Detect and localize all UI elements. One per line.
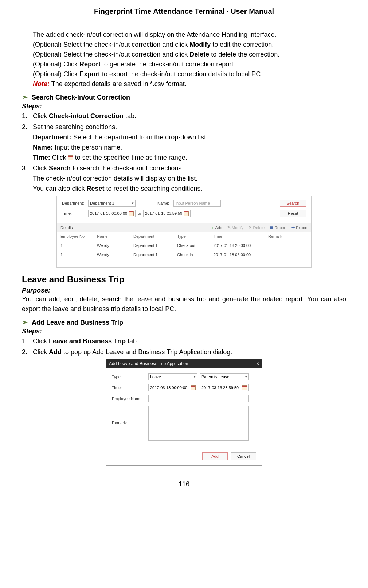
plus-icon: + (212, 225, 214, 230)
type-select[interactable]: Leave▾ (148, 373, 197, 380)
name-label: Name: (157, 201, 173, 205)
cancel-button[interactable]: Cancel (231, 452, 256, 460)
chevron-down-icon: ▾ (245, 375, 247, 379)
purpose-body: You can add, edit, delete, search the le… (22, 294, 346, 314)
department-label: Department: (62, 201, 88, 205)
table-blank-row (57, 259, 311, 267)
delete-button[interactable]: ✕Delete (248, 225, 265, 230)
report-button[interactable]: ▤Report (270, 225, 286, 230)
search-panel-screenshot: Department: Department 1▾ Name: Input Pe… (56, 196, 312, 268)
list-item: 3. Click Search to search the check-in/o… (22, 163, 346, 194)
table-row[interactable]: 1 Wendy Department 1 Check-in 2017-01-18… (57, 250, 311, 259)
steps-label: Steps: (22, 102, 346, 110)
col-header[interactable]: Type (177, 234, 214, 239)
search-steps-list: 1. Click Check-in/out Correction tab. 2.… (22, 111, 346, 194)
table-row[interactable]: 1 Wendy Department 1 Check-out 2017-01-1… (57, 241, 311, 250)
time-label: Time: (62, 211, 88, 216)
name-input[interactable]: Input Person Name (173, 200, 221, 207)
search-button[interactable]: Search (280, 200, 306, 207)
col-header[interactable]: Remark (268, 234, 308, 239)
table-header: Employee No Name Department Type Time Re… (57, 232, 311, 241)
remark-textarea[interactable] (148, 406, 249, 441)
intro-line: (Optional) Select the check-in/out corre… (33, 40, 346, 50)
list-item: 2. Set the searching conditions. Departm… (22, 122, 346, 163)
calendar-icon[interactable] (184, 211, 189, 216)
col-header[interactable]: Name (97, 234, 133, 239)
add-button[interactable]: Add (202, 452, 228, 460)
intro-line: The added check-in/out correction will d… (33, 30, 346, 40)
time-to-input[interactable]: 2017-03-13 23:59:59 (200, 384, 249, 391)
time-from-input[interactable]: 2017-01-18 00:00:00 (88, 210, 136, 217)
time-to-input[interactable]: 2017-01-18 23:59:59 (143, 210, 191, 217)
steps-label: Steps: (22, 328, 346, 335)
details-title: Details (60, 225, 207, 230)
intro-note: Note: The exported details are saved in … (33, 79, 346, 89)
search-heading: ➢ Search Check-in/out Correction (22, 93, 346, 101)
intro-line: (Optional) Click Report to generate the … (33, 59, 346, 69)
page-number: 116 (22, 480, 346, 488)
edit-icon: ✎ (227, 225, 231, 230)
list-item: 2. Click Add to pop up Add Leave and Bus… (22, 347, 346, 357)
leave-steps-list: 1. Click Leave and Business Trip tab. 2.… (22, 336, 346, 357)
col-header[interactable]: Employee No (60, 234, 97, 239)
note-label: Note: (33, 80, 50, 88)
intro-line: (Optional) Select the check-in/out corre… (33, 50, 346, 59)
employee-name-label: Employee Name: (112, 396, 148, 401)
chevron-down-icon: ▾ (194, 375, 196, 379)
export-icon: ⇥ (291, 225, 295, 230)
department-select[interactable]: Department 1▾ (88, 200, 136, 207)
col-header[interactable]: Time (214, 234, 268, 239)
calendar-icon (68, 155, 73, 160)
dialog-titlebar: Add Leave and Business Trip Application … (106, 359, 262, 368)
list-item: 1. Click Leave and Business Trip tab. (22, 336, 346, 347)
calendar-icon[interactable] (242, 385, 247, 390)
time-separator: to (138, 211, 141, 216)
chevron-icon: ➢ (22, 318, 28, 326)
leave-heading: Leave and Business Trip (22, 274, 346, 285)
type-label: Type: (112, 375, 148, 379)
close-icon[interactable]: × (257, 361, 259, 366)
list-item: 1. Click Check-in/out Correction tab. (22, 111, 346, 121)
intro-line: (Optional) Click Export to export the ch… (33, 69, 346, 79)
calendar-icon[interactable] (129, 211, 134, 216)
modify-button[interactable]: ✎Modify (227, 225, 243, 230)
dialog-title: Add Leave and Business Trip Application (109, 361, 188, 366)
add-button[interactable]: +Add (212, 225, 222, 230)
report-icon: ▤ (270, 225, 273, 230)
purpose-label: Purpose: (22, 287, 346, 294)
add-leave-dialog: Add Leave and Business Trip Application … (106, 359, 262, 466)
time-label: Time: (112, 386, 148, 390)
reset-button[interactable]: Reset (280, 210, 306, 217)
subtype-select[interactable]: Paternity Leave▾ (200, 373, 249, 380)
col-header[interactable]: Department (133, 234, 177, 239)
delete-icon: ✕ (248, 225, 252, 230)
chevron-icon: ➢ (22, 93, 28, 101)
time-from-input[interactable]: 2017-03-13 00:00:00 (148, 384, 197, 391)
export-button[interactable]: ⇥Export (291, 225, 308, 230)
employee-name-input[interactable] (148, 395, 249, 402)
page-header: Fingerprint Time Attendance Terminal · U… (22, 7, 346, 19)
remark-label: Remark: (112, 406, 148, 425)
calendar-icon[interactable] (191, 385, 196, 390)
chevron-down-icon: ▾ (132, 201, 134, 205)
add-leave-heading: ➢ Add Leave and Business Trip (22, 318, 346, 326)
intro-block: The added check-in/out correction will d… (33, 30, 346, 89)
